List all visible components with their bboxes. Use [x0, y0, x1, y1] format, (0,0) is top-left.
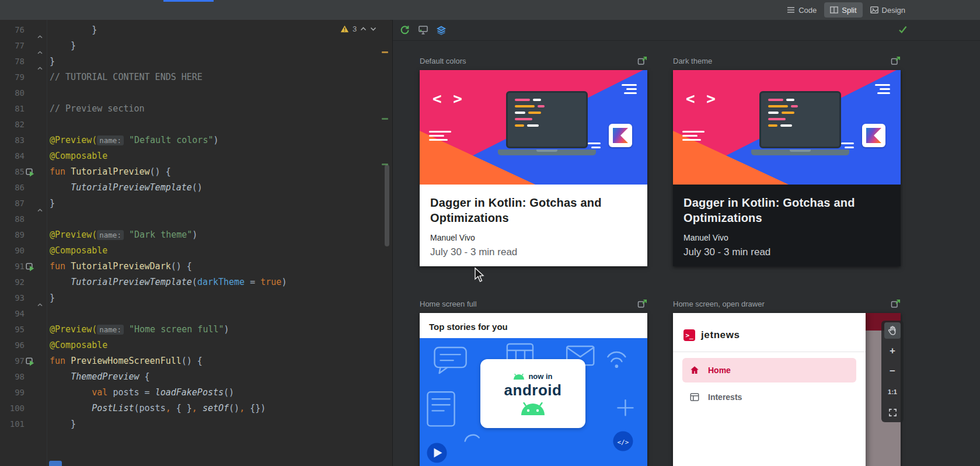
code-token: () [192, 182, 203, 193]
kotlin-logo-badge [862, 124, 885, 147]
line-number: 89 [0, 227, 25, 243]
code-line[interactable]: 86 TutorialPreviewTemplate() [0, 180, 390, 196]
drawer-item-label: Interests [708, 392, 742, 402]
preview-status-ok-icon [898, 26, 907, 33]
design-view-icon [870, 6, 878, 13]
code-line[interactable]: 76 } [0, 22, 390, 38]
code-line[interactable]: 98 ThemedPreview { [0, 369, 390, 385]
code-line[interactable]: 87} [0, 196, 390, 211]
code-line[interactable]: 84@Composable [0, 148, 390, 164]
drawer-item-interests[interactable]: Interests [682, 385, 856, 409]
code-line[interactable]: 90@Composable [0, 243, 390, 259]
code-line[interactable]: 97fun PreviewHomeScreenFull() { [0, 353, 390, 369]
preview-cell: Default colors< >Dagger in Kotlin: Gotch… [420, 55, 647, 266]
code-line[interactable]: 99 val posts = loadFakePosts() [0, 385, 390, 401]
preview-card-default-colors[interactable]: < >Dagger in Kotlin: Gotchas and Optimiz… [420, 70, 647, 266]
code-line[interactable]: 81// Preview section [0, 101, 390, 117]
error-stripe-warning-mark[interactable] [382, 51, 388, 53]
code-token: () [224, 387, 234, 398]
preview-label: Home screen, open drawer [673, 300, 765, 308]
code-token: posts = [113, 387, 155, 398]
code-token: ( [192, 277, 197, 287]
code-line[interactable]: 100 PostList(posts, { }, setOf(), {}) [0, 401, 390, 416]
preview-card-home-screen-open-drawer[interactable]: >_jetnewsHomeInterests [673, 313, 901, 466]
laptop-illustration [759, 91, 850, 155]
code-token: // TUTORIAL CONTENT ENDS HERE [50, 72, 203, 82]
zoom-reset-button[interactable]: 1:1 [884, 384, 901, 400]
refresh-preview-icon[interactable] [400, 25, 410, 35]
prev-issue-chevron-icon[interactable] [360, 27, 367, 31]
code-token: () { [150, 166, 171, 177]
code-token: , [192, 403, 203, 413]
deploy-preview-icon[interactable] [891, 56, 901, 65]
preview-cell: Dark theme< >Dagger in Kotlin: Gotchas a… [673, 55, 901, 266]
zoom-in-button[interactable]: + [884, 343, 901, 359]
drawer-item-label: Home [708, 366, 731, 375]
code-line[interactable]: 92 TutorialPreviewTemplate(darkTheme = t… [0, 274, 390, 290]
code-line[interactable]: 91fun TutorialPreviewDark() { [0, 259, 390, 274]
deploy-preview-icon[interactable] [637, 299, 647, 308]
decorative-text-lines [841, 142, 854, 148]
code-token: ) [213, 135, 218, 145]
preview-label-row: Dark theme [673, 55, 901, 67]
code-line[interactable]: 77 } [0, 38, 390, 54]
view-mode-split-button[interactable]: Split [824, 2, 862, 18]
build-refresh-icon[interactable] [418, 26, 428, 34]
code-line[interactable]: 85fun TutorialPreview() { [0, 164, 390, 180]
line-number: 99 [0, 385, 25, 401]
deploy-preview-icon[interactable] [637, 56, 647, 65]
code-line[interactable]: 96@Composable [0, 338, 390, 353]
warning-icon [340, 25, 349, 33]
view-mode-code-button[interactable]: Code [781, 2, 822, 18]
code-token [50, 182, 71, 193]
code-text: @Composable [50, 148, 107, 164]
code-text: } [50, 416, 76, 432]
popup-stub [49, 461, 62, 466]
code-editor[interactable]: 76 }77 }78}79// TUTORIAL CONTENT ENDS HE… [0, 20, 390, 466]
line-number: 84 [0, 148, 25, 164]
zoom-out-button[interactable]: − [884, 363, 901, 380]
code-line[interactable]: 88 [0, 211, 390, 227]
svg-text:</>: </> [617, 439, 629, 446]
inspections-widget[interactable]: 3 [340, 25, 376, 33]
zoom-to-fit-button[interactable] [884, 404, 901, 420]
line-number: 97 [0, 353, 25, 369]
code-line[interactable]: 93} [0, 290, 390, 306]
code-text: // TUTORIAL CONTENT ENDS HERE [50, 69, 203, 85]
code-token: } [50, 419, 76, 429]
editor-scrollbar[interactable] [385, 165, 389, 246]
code-line[interactable]: 94 [0, 306, 390, 322]
code-token: , [239, 403, 250, 413]
code-line[interactable]: 79// TUTORIAL CONTENT ENDS HERE [0, 69, 390, 85]
code-line[interactable]: 83@Preview(name: "Default colors") [0, 133, 390, 148]
preview-cell: Home screen, open drawer>_jetnewsHomeInt… [673, 298, 901, 466]
line-number: 81 [0, 101, 25, 117]
code-token: } [50, 40, 76, 51]
active-tab-indicator [163, 0, 214, 2]
view-mode-design-button[interactable]: Design [864, 2, 911, 18]
line-number: 79 [0, 69, 25, 85]
drawer-item-home[interactable]: Home [682, 358, 856, 382]
deploy-preview-icon[interactable] [891, 299, 901, 308]
pan-tool-button[interactable] [884, 322, 901, 339]
laptop-screen [506, 91, 588, 148]
navigation-drawer: >_jetnewsHomeInterests [673, 313, 866, 466]
line-number: 76 [0, 22, 25, 38]
next-issue-chevron-icon[interactable] [370, 27, 376, 31]
layout-inspector-layers-icon[interactable] [437, 26, 446, 35]
code-line[interactable]: 82 [0, 117, 390, 133]
article-hero-image: < > [420, 70, 647, 185]
code-line[interactable]: 101 } [0, 416, 390, 432]
error-stripe-mark[interactable] [382, 118, 388, 120]
article-meta: July 30 - 3 min read [683, 246, 890, 258]
code-line[interactable]: 95@Preview(name: "Home screen full") [0, 322, 390, 338]
preview-card-home-screen-full[interactable]: Top stories for you</>now inandroid [420, 313, 647, 466]
code-line[interactable]: 80 [0, 85, 390, 101]
code-token [50, 277, 71, 287]
code-text: @Composable [50, 243, 107, 259]
code-line[interactable]: 78} [0, 54, 390, 69]
code-token: TutorialPreviewTemplate [71, 182, 192, 193]
preview-card-dark-theme[interactable]: < >Dagger in Kotlin: Gotchas and Optimiz… [673, 70, 901, 266]
code-line[interactable]: 89@Preview(name: "Dark theme") [0, 227, 390, 243]
preview-surface[interactable]: Default colors< >Dagger in Kotlin: Gotch… [393, 41, 980, 466]
